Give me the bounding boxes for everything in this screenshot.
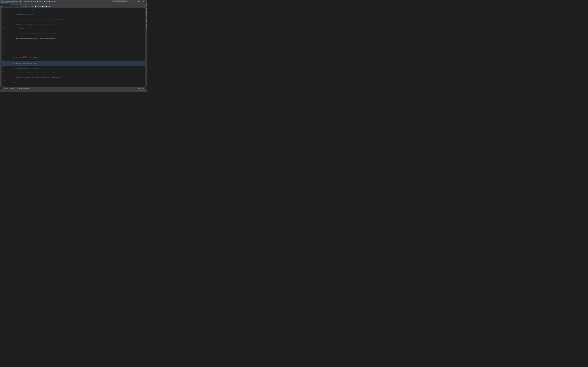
bottom-tab-terminal[interactable]: ⊡ Terminal <box>9 87 15 89</box>
words-checkbox[interactable] <box>42 6 43 7</box>
run-config-icon: ▶ <box>112 1 113 2</box>
tab-close-button[interactable]: × <box>9 3 9 4</box>
clear-search-icon[interactable]: ✕ <box>16 6 17 7</box>
settings-search-button[interactable]: ⚙ <box>32 5 34 7</box>
breadcrumb-spark[interactable]: spark <box>33 0 36 2</box>
line-col-label: 1211:1 <box>138 90 141 91</box>
folder-icon-spark: 📁 <box>31 1 33 2</box>
todo-icon: ✎ <box>3 88 3 89</box>
breadcrumb-yarn[interactable]: yarn <box>45 0 48 2</box>
code-line-1216: 1216 <box>1 85 146 86</box>
scrollbar[interactable] <box>145 8 146 87</box>
regex-option[interactable]: Regex <box>46 6 51 7</box>
profile-button[interactable]: 📊 <box>138 0 139 2</box>
breadcrumb-sep1: › <box>19 0 19 2</box>
jar-icon: 📦 <box>1 0 2 2</box>
line-fold-1211[interactable]: ▶ <box>5 61 7 63</box>
right-panel-ant[interactable]: Ant <box>146 8 147 10</box>
debug-button[interactable]: 🐛 <box>133 0 135 2</box>
breadcrumb-client-scala[interactable]: Client.scala <box>51 0 56 2</box>
line-num-1201: 1201 <box>1 26 5 28</box>
right-panel-bean-validation[interactable]: Bean Validation <box>146 11 147 17</box>
breadcrumb-org[interactable]: org <box>22 0 23 2</box>
search-input[interactable] <box>2 6 16 7</box>
jar-name: spark-yarn_2.11-2.1.1-sources.jar <box>3 0 18 2</box>
right-panel: Database Ant Bean Validation Z-Structure… <box>146 2 147 87</box>
code-line-1209: 1209 ▶ ▶ private object Client extends L… <box>1 55 146 60</box>
line-num-1211: 1211 <box>1 61 5 63</box>
tab-label: Client.scala <box>2 3 8 4</box>
line-num-1212: 1212 <box>1 66 5 67</box>
match-case-option[interactable]: Match Case <box>35 6 42 7</box>
code-line-1212: 1212 if (!sys.props.contains("SPARK_SUBM… <box>1 66 146 71</box>
build-label: Build <box>17 88 20 89</box>
line-num-1214: 1214 <box>1 75 5 77</box>
settings-button[interactable]: ⚙ <box>140 0 142 2</box>
line-num-1206: 1206 <box>1 50 5 52</box>
search-button[interactable]: 🔍 <box>144 0 146 2</box>
line-code-1210 <box>8 60 146 61</box>
line-code-1203: Seq(pyArchivesFile.getAbsolutePath(), py… <box>8 36 146 41</box>
line-code-1204: } <box>8 41 146 45</box>
match-case-checkbox[interactable] <box>35 6 36 7</box>
line-num-1198: 1198 <box>1 12 5 14</box>
code-line-1201: 1201 require(py4jFile.exists(), <box>1 26 146 31</box>
expand-button[interactable]: ⛶ <box>142 0 144 2</box>
replace-all-button[interactable]: ⇆ <box>27 5 29 7</box>
line-num-1203: 1203 <box>1 36 5 38</box>
scrollbar-thumb[interactable] <box>145 57 146 60</box>
line-gutter-1199: ⚡ <box>7 17 8 19</box>
right-panel-favorites[interactable]: 2-Favorites <box>146 24 147 29</box>
line-code-1208 <box>8 53 146 55</box>
bottom-tab-java-enterprise[interactable]: ☕ Java Enterprise <box>21 87 30 89</box>
build-button[interactable]: 🔨 <box>131 0 133 2</box>
code-area[interactable]: 1197 val pyArchivesFile = new File(pyLib… <box>1 8 146 87</box>
tab-client-scala[interactable]: S Client.scala × <box>0 2 10 5</box>
line-code-1201: require(py4jFile.exists(), <box>8 26 146 31</box>
line-num-1199: 1199 <box>1 17 5 19</box>
breadcrumb-deploy[interactable]: deploy <box>39 0 42 2</box>
breadcrumb-apache[interactable]: apache <box>26 0 30 2</box>
right-panel-database[interactable]: Database <box>146 3 147 7</box>
code-line-1203: 1203 Seq(pyArchivesFile.getAbsolutePath(… <box>1 36 146 41</box>
line-code-1212: if (!sys.props.contains("SPARK_SUBMIT"))… <box>8 66 146 71</box>
bottom-breadcrumb-sep: › <box>141 88 141 89</box>
breadcrumb-sep3: › <box>30 0 31 2</box>
line-num-1213: 1213 <box>1 71 5 72</box>
bottom-breadcrumb-method: main(...) <box>142 88 145 89</box>
next-match-button[interactable]: ↓ <box>22 5 24 7</box>
coverage-button[interactable]: ☂ <box>135 0 137 2</box>
bottom-tab-todo[interactable]: ✎ 6 TODO <box>2 87 9 89</box>
code-line-1206: 1206 <box>1 50 146 52</box>
line-num-1215: 1215 <box>1 80 5 82</box>
code-line-1205: 1205 } <box>1 45 146 50</box>
status-bar-item: ⊡ <box>1 90 1 91</box>
regex-help-icon[interactable]: ? <box>51 6 52 7</box>
build-icon: 🔨 <box>16 88 17 89</box>
line-code-1197: val pyArchivesFile = new File(pyLibPath,… <box>8 8 146 12</box>
breadcrumb-sep2: › <box>24 0 24 2</box>
run-config-selector[interactable]: ▶ SparkKafkaReceiverDStream ▼ <box>112 0 128 2</box>
java-enterprise-label: Java Enterprise <box>23 88 30 89</box>
line-gutter-1209: ▶ <box>7 55 8 57</box>
line-code-1214: "future version of Spark. Use ./bin/spar… <box>8 75 146 80</box>
run-button[interactable]: ▶ <box>129 0 130 2</box>
file-icon-client: 📄 <box>49 1 50 2</box>
line-fold-1209[interactable]: ▶ <box>5 55 7 57</box>
tab-file-icon: S <box>1 3 2 4</box>
bottom-tab-build[interactable]: 🔨 Build <box>15 87 20 89</box>
run-controls: ▶ SparkKafkaReceiverDStream ▼ ▶ 🔨 🐛 ☂ 📊 … <box>112 0 146 2</box>
words-option[interactable]: Words <box>42 6 46 7</box>
event-log-label[interactable]: Event Log <box>142 90 146 91</box>
line-num-1208: 1208 <box>1 53 5 55</box>
line-code-1200: val py4jFile = new File(pyLibPath, child… <box>8 22 146 26</box>
prev-match-button[interactable]: ↑ <box>20 5 22 7</box>
folder-icon-yarn: 📁 <box>43 1 45 2</box>
right-panel-z-structure[interactable]: Z-Structure <box>146 18 147 23</box>
code-line-1207: 1207 } <box>1 52 146 53</box>
code-content: 1197 val pyArchivesFile = new File(pyLib… <box>1 8 146 87</box>
regex-checkbox[interactable] <box>46 6 48 7</box>
replace-button[interactable]: ⇄ <box>25 5 26 7</box>
filter-button[interactable]: ≡ <box>29 5 31 7</box>
dropdown-icon: ▼ <box>127 1 127 1</box>
